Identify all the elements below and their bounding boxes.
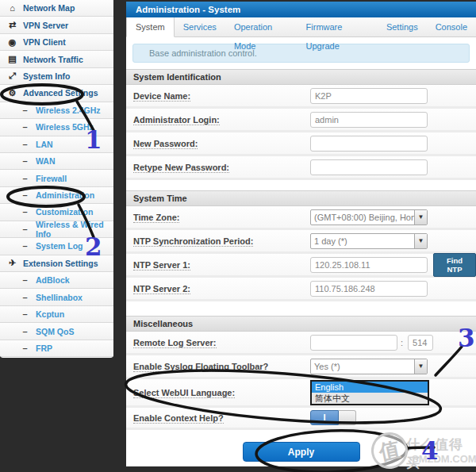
sidebar-item-system-info[interactable]: ⤢ System Info xyxy=(0,68,113,85)
row-context-help: Enable Context Help? I xyxy=(126,408,476,430)
dash-icon: – xyxy=(20,174,30,183)
toggle-knob[interactable] xyxy=(339,410,356,425)
plane-icon: ✈ xyxy=(7,258,17,268)
sidebar-item-label: System Log xyxy=(36,241,83,251)
sidebar-item-frp[interactable]: – FRP xyxy=(0,340,113,357)
watermark-site: SMZDM.COM xyxy=(412,453,476,465)
page-title: Administration - System xyxy=(126,2,476,17)
time-zone-value: (GMT+08:00) Beijing, Hong Kon xyxy=(311,213,414,222)
ntp-server-1-input[interactable] xyxy=(310,257,428,273)
sidebar-item-network-traffic[interactable]: ▤ Network Traffic xyxy=(0,51,113,67)
sidebar-item-kcptun[interactable]: – Kcptun xyxy=(0,306,113,323)
sidebar-item-vpn-server[interactable]: ⇄ VPN Server xyxy=(0,17,113,33)
toggle-on-segment: I xyxy=(310,410,339,425)
new-password-input[interactable] xyxy=(310,136,428,152)
dash-icon: – xyxy=(20,309,30,319)
dash-icon: – xyxy=(20,122,30,132)
row-ntp-server-2: NTP Server 2: xyxy=(126,278,476,301)
dash-icon: – xyxy=(20,275,30,285)
sidebar-item-label: WAN xyxy=(36,156,56,166)
sidebar-item-label: Firewall xyxy=(36,174,67,183)
new-password-label: New Password: xyxy=(126,139,310,148)
sidebar-item-label: Network Map xyxy=(23,3,75,13)
syslog-toolbar-label: Enable Syslog Floating Toolbar? xyxy=(126,362,310,371)
row-ntp-period: NTP Synchronization Period: 1 day (*) ▼ xyxy=(126,230,476,254)
tab-settings[interactable]: Settings xyxy=(378,17,427,36)
dash-icon: – xyxy=(20,190,30,200)
webui-language-open-dropdown: English 简体中文 xyxy=(310,380,429,405)
ntp-server-1-label: NTP Server 1: xyxy=(126,260,310,270)
section-gap xyxy=(126,301,476,316)
remote-log-port-input[interactable] xyxy=(408,335,433,351)
find-ntp-button[interactable]: Find NTP xyxy=(433,253,476,277)
ntp-period-select[interactable]: 1 day (*) ▼ xyxy=(310,233,428,249)
vpn-server-icon: ⇄ xyxy=(7,20,17,30)
sidebar-item-label: Advanced Settings xyxy=(23,88,98,98)
webui-language-label: Select WebUI Language: xyxy=(126,388,310,397)
sidebar-item-label: Wireless 2.4GHz xyxy=(36,106,101,115)
tab-firmware-upgrade[interactable]: Firmware Upgrade xyxy=(298,17,378,36)
sidebar-item-network-map[interactable]: ⌂ Network Map xyxy=(0,0,113,17)
port-separator: : xyxy=(401,338,403,347)
tab-bar: System Services Operation Mode Firmware … xyxy=(126,17,476,37)
sidebar-item-vpn-client[interactable]: ◉ VPN Client xyxy=(0,34,113,51)
sidebar-item-customization[interactable]: – Customization xyxy=(0,204,113,221)
row-device-name: Device Name: xyxy=(126,85,476,109)
wrench-icon: ⚙ xyxy=(7,88,17,98)
section-header-miscellaneous: Miscellaneous xyxy=(126,316,476,332)
tab-services[interactable]: Services xyxy=(175,17,225,36)
row-syslog-toolbar: Enable Syslog Floating Toolbar? Yes (*) … xyxy=(126,355,476,379)
sidebar-item-label: FRP xyxy=(36,343,52,353)
sidebar-item-wireless-24ghz[interactable]: – Wireless 2.4GHz xyxy=(0,102,113,119)
section-header-system-time: System Time xyxy=(126,190,476,206)
language-option-chinese[interactable]: 简体中文 xyxy=(312,393,428,404)
remote-log-input[interactable] xyxy=(310,335,397,351)
language-option-english[interactable]: English xyxy=(312,382,428,393)
row-time-zone: Time Zone: (GMT+08:00) Beijing, Hong Kon… xyxy=(126,206,476,230)
ntp-server-2-input[interactable] xyxy=(310,281,428,297)
tab-operation-mode[interactable]: Operation Mode xyxy=(225,17,298,36)
sidebar-item-label: SQM QoS xyxy=(36,327,74,336)
globe-icon: ◉ xyxy=(7,37,17,48)
context-help-toggle[interactable]: I xyxy=(310,410,356,425)
sidebar-item-advanced-settings[interactable]: ⚙ Advanced Settings xyxy=(0,85,113,102)
sidebar-item-firewall[interactable]: – Firewall xyxy=(0,170,113,186)
row-ntp-server-1: NTP Server 1: Find NTP xyxy=(126,254,476,278)
tab-system[interactable]: System xyxy=(126,17,175,37)
tab-console[interactable]: Console xyxy=(427,17,476,36)
sidebar-item-administration[interactable]: – Administration xyxy=(0,187,113,204)
sidebar-item-shellinabox[interactable]: – Shellinabox xyxy=(0,289,113,305)
sidebar: ⌂ Network Map ⇄ VPN Server ◉ VPN Client … xyxy=(0,0,113,358)
sidebar-item-lan[interactable]: – LAN xyxy=(0,136,113,153)
syslog-toolbar-select[interactable]: Yes (*) ▼ xyxy=(310,359,428,374)
admin-login-label: Administrator Login: xyxy=(126,115,310,125)
sidebar-item-extension-settings[interactable]: ✈ Extension Settings xyxy=(0,255,113,272)
ntp-server-2-label: NTP Server 2: xyxy=(126,284,310,294)
context-help-label: Enable Context Help? xyxy=(126,413,310,423)
syslog-toolbar-value: Yes (*) xyxy=(311,362,414,371)
home-icon: ⌂ xyxy=(7,3,17,13)
sidebar-item-wireless-wired-info[interactable]: – Wireless & Wired Info xyxy=(0,221,113,238)
retype-password-input[interactable] xyxy=(310,159,428,175)
dash-icon: – xyxy=(20,156,30,166)
sidebar-item-sqm-qos[interactable]: – SQM QoS xyxy=(0,323,113,340)
sidebar-item-adblock[interactable]: – AdBlock xyxy=(0,272,113,289)
ntp-period-value: 1 day (*) xyxy=(311,236,414,246)
sidebar-item-label: VPN Server xyxy=(23,21,68,30)
device-name-input[interactable] xyxy=(310,88,428,104)
chevron-down-icon: ▼ xyxy=(414,359,427,374)
dash-icon: – xyxy=(20,224,30,234)
admin-login-input[interactable] xyxy=(310,112,428,128)
apply-button[interactable]: Apply xyxy=(243,442,360,462)
sidebar-item-label: Kcptun xyxy=(36,309,64,319)
time-zone-select[interactable]: (GMT+08:00) Beijing, Hong Kon ▼ xyxy=(310,209,428,225)
sidebar-item-wireless-5ghz[interactable]: – Wireless 5GHz xyxy=(0,119,113,136)
dash-icon: – xyxy=(20,207,30,217)
device-name-label: Device Name: xyxy=(126,91,310,101)
sidebar-item-label: VPN Client xyxy=(23,37,66,47)
sidebar-item-system-log[interactable]: – System Log xyxy=(0,238,113,255)
sidebar-item-label: AdBlock xyxy=(36,275,70,285)
sidebar-item-wan[interactable]: – WAN xyxy=(0,153,113,170)
row-admin-login: Administrator Login: xyxy=(126,109,476,132)
row-new-password: New Password: xyxy=(126,132,476,156)
